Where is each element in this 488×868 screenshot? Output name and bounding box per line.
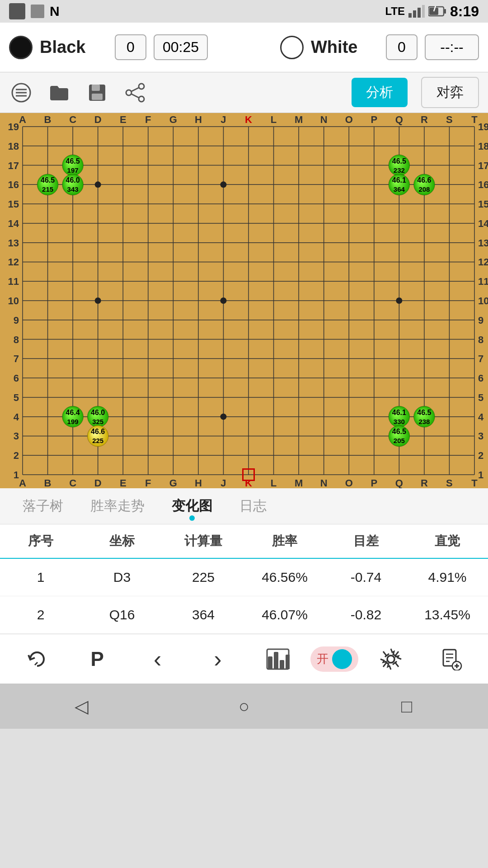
settings-button[interactable] xyxy=(363,641,418,677)
table-row[interactable]: 1 D3 225 46.56% -0.74 4.91% xyxy=(0,559,488,596)
svg-rect-3 xyxy=(422,5,425,18)
tab-move-tree[interactable]: 落子树 xyxy=(9,490,77,523)
save-icon[interactable] xyxy=(85,80,109,105)
row1-intuition: 13.45% xyxy=(407,607,488,623)
white-name: White xyxy=(311,38,379,57)
pass-button[interactable]: P xyxy=(69,641,125,677)
svg-point-16 xyxy=(126,90,131,95)
svg-point-15 xyxy=(139,84,144,89)
table-row[interactable]: 2 Q16 364 46.07% -0.82 13.45% xyxy=(0,596,488,634)
header-seq: 序号 xyxy=(0,533,81,550)
row0-diff: -0.74 xyxy=(325,570,407,585)
svg-rect-23 xyxy=(280,660,284,669)
share-icon[interactable] xyxy=(123,80,147,105)
black-name: Black xyxy=(40,38,108,57)
svg-rect-13 xyxy=(92,85,100,91)
svg-line-19 xyxy=(131,94,139,98)
black-score: 0 xyxy=(115,34,146,60)
svg-rect-21 xyxy=(268,656,272,669)
tabs-bar: 落子树 胜率走势 变化图 日志 xyxy=(0,488,488,524)
status-icons: N xyxy=(9,3,61,19)
prev-button[interactable]: ‹ xyxy=(130,641,185,677)
row0-coord: D3 xyxy=(81,570,163,585)
row1-coord: Q16 xyxy=(81,607,163,623)
row1-calc: 364 xyxy=(163,607,244,623)
row0-intuition: 4.91% xyxy=(407,570,488,585)
doc-add-button[interactable] xyxy=(423,641,479,677)
black-stone xyxy=(9,36,33,59)
row1-diff: -0.82 xyxy=(325,607,407,623)
app-icon-1 xyxy=(9,3,25,19)
svg-rect-5 xyxy=(444,9,446,14)
svg-rect-2 xyxy=(418,8,421,18)
header-intuition: 直觉 xyxy=(407,533,488,550)
recents-button[interactable]: □ xyxy=(384,693,429,720)
menu-icon[interactable] xyxy=(9,80,33,105)
app-icon-3: N xyxy=(50,4,61,19)
svg-rect-1 xyxy=(413,10,416,18)
white-score: 0 xyxy=(386,34,418,60)
white-stone xyxy=(280,36,304,59)
app-icon-2 xyxy=(31,5,44,18)
row0-seq: 1 xyxy=(0,570,81,585)
header-winrate: 胜率 xyxy=(244,533,325,550)
tab-winrate[interactable]: 胜率走势 xyxy=(77,490,158,523)
battery-icon xyxy=(428,5,446,18)
tab-variation[interactable]: 变化图 xyxy=(158,490,226,523)
versus-button[interactable]: 对弈 xyxy=(421,77,479,108)
svg-line-18 xyxy=(131,88,139,91)
chart-button[interactable] xyxy=(250,641,306,677)
go-board[interactable] xyxy=(0,113,488,488)
row0-calc: 225 xyxy=(163,570,244,585)
svg-rect-14 xyxy=(92,94,103,100)
undo-button[interactable] xyxy=(9,641,65,677)
clock-time: 8:19 xyxy=(450,3,479,20)
bottom-controls: P ‹ › 开 xyxy=(0,634,488,684)
status-right: LTE 8:19 xyxy=(385,3,479,20)
tab-log[interactable]: 日志 xyxy=(226,490,280,523)
svg-rect-0 xyxy=(408,13,412,18)
folder-icon[interactable] xyxy=(47,80,71,105)
row1-seq: 2 xyxy=(0,607,81,623)
svg-rect-22 xyxy=(274,652,278,669)
toolbar: 分析 对弈 xyxy=(0,72,488,113)
toggle-label: 开 xyxy=(317,651,328,667)
signal-icon xyxy=(408,5,425,18)
svg-point-17 xyxy=(139,96,144,102)
header-calc: 计算量 xyxy=(163,533,244,550)
nav-bar: ◁ ○ □ xyxy=(0,684,488,729)
analyze-button[interactable]: 分析 xyxy=(352,78,408,107)
white-timer: --:-- xyxy=(425,34,479,60)
home-button[interactable]: ○ xyxy=(221,693,267,720)
row1-winrate: 46.07% xyxy=(244,607,325,623)
svg-line-20 xyxy=(35,662,38,665)
toggle-circle xyxy=(332,649,352,669)
analysis-table: 序号 坐标 计算量 胜率 目差 直觉 1 D3 225 46.56% -0.74… xyxy=(0,524,488,634)
lte-icon: LTE xyxy=(385,5,405,18)
header-diff: 目差 xyxy=(325,533,407,550)
toggle-button[interactable]: 开 xyxy=(310,646,358,672)
black-timer: 00:25 xyxy=(154,34,208,60)
svg-point-26 xyxy=(387,656,394,663)
next-button[interactable]: › xyxy=(190,641,245,677)
player-bar: Black 0 00:25 White 0 --:-- xyxy=(0,23,488,72)
header-coord: 坐标 xyxy=(81,533,163,550)
back-button[interactable]: ◁ xyxy=(59,693,104,720)
table-header: 序号 坐标 计算量 胜率 目差 直觉 xyxy=(0,524,488,559)
row0-winrate: 46.56% xyxy=(244,570,325,585)
status-bar: N LTE 8:19 xyxy=(0,0,488,23)
